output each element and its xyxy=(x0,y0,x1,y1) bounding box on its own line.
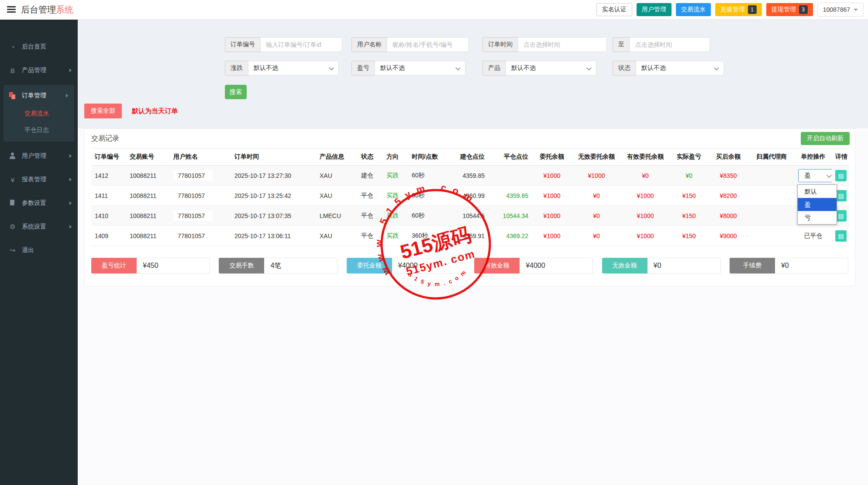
product-select[interactable]: 默认不选 xyxy=(506,61,596,76)
sidebar-item-products[interactable]: Ƀ产品管理 xyxy=(0,61,78,80)
control-dropdown: 默认盈亏 xyxy=(797,184,837,225)
column-header: 方向 xyxy=(383,149,408,166)
chevron-down-icon xyxy=(586,65,591,70)
header-button-trade-flow[interactable]: 交易流水 xyxy=(676,3,711,16)
summary-label: 盈亏统计 xyxy=(91,258,137,274)
filter-product: 产品 默认不选 xyxy=(482,61,596,76)
rise-fall-select[interactable]: 默认不选 xyxy=(248,61,339,76)
order-time-start-input[interactable] xyxy=(518,37,607,52)
dropdown-option-1[interactable]: 默认 xyxy=(798,185,837,198)
sidebar-item-logout[interactable]: ↪退出 xyxy=(0,241,78,260)
entrust-balance-cell: ¥1000 xyxy=(532,166,572,186)
row-control-value: 盈 xyxy=(799,172,811,180)
logout-icon: ↪ xyxy=(9,246,17,254)
order-time-end-input[interactable] xyxy=(630,37,710,52)
header-button-withdraw-manage[interactable]: 提现管理3 xyxy=(766,3,813,16)
chevron-right-icon xyxy=(69,178,72,181)
close-point-cell: 4369.22 xyxy=(488,226,532,246)
summary-group: 委托金额¥4000 xyxy=(347,258,465,274)
hamburger-menu-icon[interactable] xyxy=(7,6,16,13)
profit-cell: ¥0 xyxy=(670,166,708,186)
header-button-user-manage[interactable]: 用户管理 xyxy=(637,3,672,16)
table-body: 141210088211778010572025-10-17 13:27:30X… xyxy=(91,166,849,246)
duration-cell: 360秒 xyxy=(408,226,447,246)
user-name-input[interactable] xyxy=(387,37,469,52)
sidebar-menu: ◔后台首页Ƀ产品管理订单管理交易流水平仓日志用户管理¥报表管理参数设置⚙系统设置… xyxy=(0,38,78,260)
status-cell: 平仓 xyxy=(358,206,383,226)
direction-cell: 买跌 xyxy=(383,226,408,246)
params-icon xyxy=(9,199,17,207)
detail-button[interactable]: ▤ xyxy=(835,170,847,181)
column-header: 交易账号 xyxy=(126,149,170,166)
sidebar-item-label: 系统设置 xyxy=(22,223,69,231)
header-button-realname-auth[interactable]: 实名认证 xyxy=(596,3,632,16)
detail-button[interactable]: ▤ xyxy=(835,230,847,242)
header-button-label: 用户管理 xyxy=(642,6,666,14)
gear-icon: ⚙ xyxy=(9,223,17,231)
column-header: 委托余额 xyxy=(532,149,572,166)
profit-loss-select[interactable]: 默认不选 xyxy=(375,61,465,76)
header-button-label: 实名认证 xyxy=(602,6,627,14)
sidebar-item-reports[interactable]: ¥报表管理 xyxy=(0,170,78,189)
account-number: 10087867 xyxy=(823,6,850,13)
open-point-cell: 4359.85 xyxy=(447,166,488,186)
header-button-recharge-manage[interactable]: 充值管理1 xyxy=(715,3,762,16)
summary-value: ¥4000 xyxy=(520,258,593,274)
search-button[interactable]: 搜索 xyxy=(225,85,247,99)
profit-loss-label: 盈亏 xyxy=(351,61,375,76)
sidebar-item-users[interactable]: 用户管理 xyxy=(0,147,78,165)
auto-refresh-button[interactable]: 开启自动刷新 xyxy=(801,132,850,145)
account-cell: 10088211 xyxy=(126,226,170,246)
after-balance-cell: ¥8200 xyxy=(708,186,748,206)
summary-value: ¥0 xyxy=(648,258,721,274)
invalid-balance-cell: ¥1000 xyxy=(572,166,621,186)
username-cell: 77801057 xyxy=(170,206,231,226)
sidebar-subitem-close-log[interactable]: 平仓日志 xyxy=(3,121,74,138)
user-icon xyxy=(9,152,17,160)
column-header: 归属代理商 xyxy=(748,149,795,166)
filter-order-time-start: 订单时间 xyxy=(482,37,607,52)
filter-user-name: 用户名称 xyxy=(351,37,469,52)
order-id-label: 订单编号 xyxy=(225,37,260,52)
sidebar-item-orders[interactable]: 订单管理 xyxy=(3,87,74,105)
sidebar-item-system[interactable]: ⚙系统设置 xyxy=(0,218,78,236)
sidebar-subitem-trade-flow[interactable]: 交易流水 xyxy=(3,105,74,121)
chevron-right-icon xyxy=(66,94,68,97)
summary-group: 交易手数4笔 xyxy=(219,258,338,274)
dropdown-option-2[interactable]: 盈 xyxy=(798,198,837,211)
table-row: 140910088211778010572025-10-17 13:06:11X… xyxy=(91,226,849,246)
search-all-button[interactable]: 搜索全部 xyxy=(84,104,122,118)
time-cell: 2025-10-17 13:07:35 xyxy=(231,206,316,226)
status-select[interactable]: 默认不选 xyxy=(636,61,724,76)
product-cell: XAU xyxy=(316,186,358,206)
column-header: 产品信息 xyxy=(316,149,358,166)
dashboard-icon: ◔ xyxy=(9,43,17,51)
account-dropdown-button[interactable]: 10087867 xyxy=(817,3,864,17)
summary-bar: 盈亏统计¥450交易手数4笔委托金额¥4000有效金额¥4000无效金额¥0手续… xyxy=(91,258,848,274)
agent-cell xyxy=(748,166,795,186)
duration-cell: 60秒 xyxy=(408,206,447,226)
column-header: 平仓点位 xyxy=(488,149,532,166)
entrust-balance-cell: ¥1000 xyxy=(532,206,572,226)
status-cell: 平仓 xyxy=(358,186,383,206)
profit-cell: ¥150 xyxy=(670,226,708,246)
profit-loss-value: 默认不选 xyxy=(380,64,405,72)
order-id-input[interactable] xyxy=(260,37,342,52)
time-cell: 2025-10-17 13:25:42 xyxy=(231,186,316,206)
summary-label: 有效金额 xyxy=(474,258,520,274)
trade-records-panel: 交易记录 开启自动刷新 订单编号交易账号用户姓名订单时间产品信息状态方向时间/点… xyxy=(84,128,855,286)
chevron-right-icon xyxy=(69,201,72,205)
table-row: 141110088211778010572025-10-17 13:25:42X… xyxy=(91,186,849,206)
account-cell: 10088211 xyxy=(126,186,170,206)
sidebar-item-label: 产品管理 xyxy=(22,66,69,74)
duration-cell: 60秒 xyxy=(408,186,447,206)
dropdown-option-3[interactable]: 亏 xyxy=(798,211,837,224)
column-header: 实际盈亏 xyxy=(670,149,708,166)
sidebar-item-home[interactable]: ◔后台首页 xyxy=(0,38,78,56)
column-header: 有效委托余额 xyxy=(621,149,670,166)
status-cell: 建仓 xyxy=(358,166,383,186)
valid-balance-cell: ¥0 xyxy=(621,166,670,186)
sidebar-item-params[interactable]: 参数设置 xyxy=(0,194,78,212)
sidebar-item-label: 订单管理 xyxy=(22,92,66,100)
row-control-select[interactable]: 盈 xyxy=(798,169,832,182)
